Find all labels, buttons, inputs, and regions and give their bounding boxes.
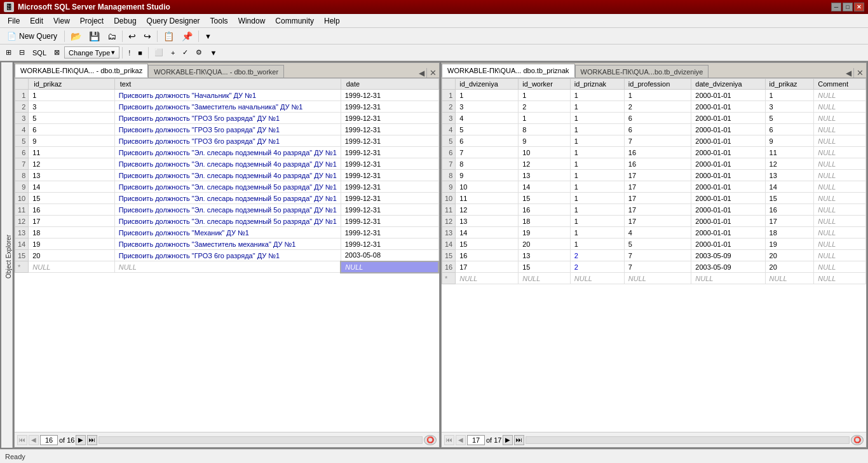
left-first-page[interactable]: ⏮ [17,435,27,445]
right-col-date-dvizeniya[interactable]: date_dvizeniya [691,79,765,90]
menu-edit[interactable]: Edit [25,15,48,27]
dropdown-button[interactable]: ▼ [201,29,215,43]
left-table-row[interactable]: 12 17 Присвоить должность "Эл. слесарь п… [15,216,439,227]
left-last-page[interactable]: ⏭ [87,435,97,445]
left-table-row[interactable]: 7 12 Присвоить должность "Эл. слесарь по… [15,158,439,170]
right-table-row[interactable]: 10 11 15 1 17 2000-01-01 15 NULL [442,193,866,204]
right-panel-arrow-left[interactable]: ◀ [844,69,853,78]
right-scrollbar-area[interactable] [526,436,850,444]
left-table-row[interactable]: 11 16 Присвоить должность "Эл. слесарь п… [15,204,439,216]
save-button[interactable]: 💾 [86,29,103,43]
new-query-button[interactable]: 📄 New Query [3,30,62,43]
left-table-row[interactable]: 15 20 Присвоить должность "ГРОЗ 6го разр… [15,250,439,261]
save-all-button[interactable]: 🗂 [104,29,119,43]
diagram-button[interactable]: ⬜ [151,46,166,60]
menu-file[interactable]: File [3,15,25,27]
left-panel-close[interactable]: ✕ [426,68,439,78]
right-table-row[interactable]: 14 15 20 1 5 2000-01-01 19 NULL [442,238,866,250]
left-next-page[interactable]: ▶ [76,435,86,445]
right-col-comment[interactable]: Comment [814,79,866,90]
right-filter-button[interactable]: ⭕ [851,435,864,445]
right-tab-dvizeniye[interactable]: WORKABLE-ПК\QUA...bo.tb_dvizeniye [575,65,709,78]
toggle-top-pane-button[interactable]: ⊟ [16,46,28,60]
right-prev-page[interactable]: ◀ [456,435,466,445]
toggle-result-pane-button[interactable]: ⊠ [51,46,63,60]
left-col-id-prikaz[interactable]: id_prikaz [29,79,114,90]
left-col-text[interactable]: text [114,79,341,90]
left-tab-worker[interactable]: WORKABLE-ПК\QUA... - dbo.tb_worker [148,65,284,78]
menu-debug[interactable]: Debug [109,15,141,27]
right-table-row[interactable]: 15 16 13 2 7 2003-05-09 20 NULL [442,250,866,261]
object-explorer-sidebar[interactable]: Object Explorer [1,62,13,448]
left-scrollbar-area[interactable] [98,436,423,444]
right-col-id-worker[interactable]: id_worker [519,79,571,90]
add-table-button[interactable]: + [168,46,178,60]
left-table-row[interactable]: 5 9 Присвоить должность "ГРОЗ 6го разряд… [15,135,439,147]
menu-view[interactable]: View [48,15,75,27]
left-filter-button[interactable]: ⭕ [424,435,437,445]
left-table-row[interactable]: 13 18 Присвоить должность "Механик" ДУ №… [15,227,439,238]
right-col-id-priznak[interactable]: id_priznak [570,79,624,90]
copy-button[interactable]: 📋 [160,29,177,43]
left-prev-page[interactable]: ◀ [29,435,39,445]
redo-button[interactable]: ↪ [140,29,154,43]
left-table-row[interactable]: 10 15 Присвоить должность "Эл. слесарь п… [15,193,439,204]
right-grid-wrapper[interactable]: id_dvizeniya id_worker id_priznak id_pro… [442,78,866,432]
undo-button[interactable]: ↩ [125,29,139,43]
toggle-left-pane-button[interactable]: ⊞ [3,46,15,60]
minimize-button[interactable]: ─ [831,3,841,11]
right-page-number[interactable] [467,435,485,445]
right-first-page[interactable]: ⏮ [444,435,454,445]
paste-button[interactable]: 📌 [179,29,196,43]
right-table-row[interactable]: 9 10 14 1 17 2000-01-01 14 NULL [442,181,866,193]
menu-tools[interactable]: Tools [205,15,233,27]
menu-help[interactable]: Help [319,15,345,27]
menu-community[interactable]: Community [270,15,319,27]
left-table-row[interactable]: 2 3 Присвоить должность "Заместитель нач… [15,101,439,113]
object-explorer-label[interactable]: Object Explorer [5,232,12,281]
left-grid-wrapper[interactable]: id_prikaz text date 1 1 Присвоить должно… [15,78,439,432]
right-table-row[interactable]: 8 9 13 1 17 2000-01-01 13 NULL [442,170,866,181]
left-table-row[interactable]: 3 5 Присвоить должность "ГРОЗ 5го разряд… [15,113,439,124]
right-table-row[interactable]: 2 3 2 1 2 2000-01-01 3 NULL [442,101,866,113]
right-last-page[interactable]: ⏭ [514,435,524,445]
right-next-page[interactable]: ▶ [503,435,513,445]
left-table-row[interactable]: 8 13 Присвоить должность "Эл. слесарь по… [15,170,439,181]
stop-button[interactable]: ■ [135,46,146,60]
right-table-row[interactable]: 5 6 9 1 7 2000-01-01 9 NULL [442,135,866,147]
left-table-row[interactable]: 14 19 Присвоить должность "Заместитель м… [15,238,439,250]
restore-button[interactable]: □ [843,3,853,11]
left-tab-prikaz[interactable]: WORKABLE-ПК\QUA... - dbo.tb_prikaz [15,64,148,78]
properties-button[interactable]: ⚙ [193,46,205,60]
execute-button[interactable]: ! [125,46,133,60]
left-table-row[interactable]: 6 11 Присвоить должность "Эл. слесарь по… [15,147,439,158]
close-button[interactable]: ✕ [854,3,864,11]
right-col-id-prikaz[interactable]: id_prikaz [765,79,814,90]
right-table-row[interactable]: 13 14 19 1 4 2000-01-01 18 NULL [442,227,866,238]
left-col-date[interactable]: date [341,79,438,90]
left-panel-arrow-left[interactable]: ◀ [417,69,426,78]
menu-project[interactable]: Project [75,15,109,27]
left-new-date[interactable]: NULL [341,261,438,273]
right-tab-priznak[interactable]: WORKABLE-ПК\QUA... dbo.tb_priznak [442,64,575,78]
verify-button[interactable]: ✓ [179,46,191,60]
right-table-row[interactable]: 11 12 16 1 17 2000-01-01 16 NULL [442,204,866,216]
left-new-row[interactable]: * NULL NULL NULL [15,261,439,273]
toggle-sql-pane-button[interactable]: SQL [29,46,50,60]
left-table-row[interactable]: 9 14 Присвоить должность "Эл. слесарь по… [15,181,439,193]
right-panel-close[interactable]: ✕ [853,68,866,78]
left-page-number[interactable] [40,435,58,445]
open-file-button[interactable]: 📂 [67,29,85,43]
right-table-row[interactable]: 3 4 1 1 6 2000-01-01 5 NULL [442,113,866,124]
right-col-id-profession[interactable]: id_profession [624,79,691,90]
right-table-row[interactable]: 6 7 10 1 16 2000-01-01 11 NULL [442,147,866,158]
right-new-row[interactable]: * NULL NULL NULL NULL NULL NULL NULL [442,273,866,284]
menu-window[interactable]: Window [233,15,271,27]
right-table-row[interactable]: 16 17 15 2 7 2003-05-09 20 NULL [442,261,866,273]
right-table-row[interactable]: 12 13 18 1 17 2000-01-01 17 NULL [442,216,866,227]
menu-query-designer[interactable]: Query Designer [142,15,205,27]
right-col-id-dvizeniya[interactable]: id_dvizeniya [456,79,519,90]
dropdown2-button[interactable]: ▼ [207,46,220,60]
left-table-row[interactable]: 4 6 Присвоить должность "ГРОЗ 5го разряд… [15,124,439,135]
change-type-button[interactable]: Change Type ▾ [64,46,119,59]
